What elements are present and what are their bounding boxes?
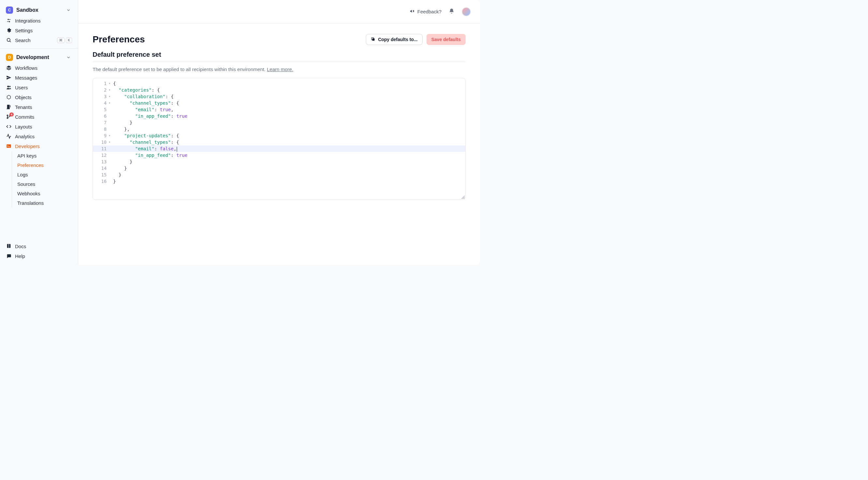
nav-integrations[interactable]: Integrations <box>4 16 74 25</box>
editor-line[interactable]: 15 } <box>93 172 465 178</box>
nav-layouts[interactable]: Layouts <box>4 122 74 131</box>
subnav-api-keys[interactable]: API keys <box>12 151 74 160</box>
code-content: { <box>112 80 465 87</box>
nav-commits[interactable]: 4 Commits <box>4 112 74 122</box>
json-editor[interactable]: 1▾{2▾ "categories": {3▾ "collaboration":… <box>93 78 466 200</box>
editor-line[interactable]: 10▾ "channel_types": { <box>93 139 465 145</box>
code-content: "in_app_feed": true <box>112 152 465 158</box>
editor-line[interactable]: 14 } <box>93 165 465 172</box>
editor-line[interactable]: 13 } <box>93 158 465 165</box>
nav-objects[interactable]: Objects <box>4 92 74 102</box>
nav-users[interactable]: Users <box>4 83 74 92</box>
gear-icon <box>6 27 12 33</box>
search-shortcut: ⌘ K <box>57 37 72 43</box>
fold-toggle[interactable]: ▾ <box>107 139 112 145</box>
subnav-webhooks[interactable]: Webhooks <box>12 189 74 198</box>
code-content: } <box>112 165 465 172</box>
chevron-down-icon <box>65 6 72 14</box>
code-content: } <box>112 158 465 165</box>
nav-developers[interactable]: Developers <box>4 141 74 151</box>
line-number: 8 <box>93 126 107 132</box>
line-number: 15 <box>93 172 107 178</box>
nav-label: Help <box>15 253 25 259</box>
layers-icon <box>6 65 12 71</box>
nav-label: Developers <box>15 144 40 149</box>
nav-settings[interactable]: Settings <box>4 25 74 35</box>
nav-search[interactable]: Search ⌘ K <box>4 35 74 45</box>
chevron-down-icon <box>65 54 72 61</box>
fold-toggle[interactable]: ▾ <box>107 93 112 100</box>
nav-analytics[interactable]: Analytics <box>4 131 74 141</box>
editor-line[interactable]: 4▾ "channel_types": { <box>93 100 465 106</box>
commits-count-badge: 4 <box>9 113 14 116</box>
nav-label: Objects <box>15 95 32 100</box>
subnav-logs[interactable]: Logs <box>12 170 74 179</box>
svg-point-4 <box>7 115 8 116</box>
nav-label: Workflows <box>15 65 37 71</box>
editor-line[interactable]: 3▾ "collaboration": { <box>93 93 465 100</box>
text-cursor <box>177 147 177 152</box>
nav-messages[interactable]: Messages <box>4 73 74 83</box>
nav-label: Commits <box>15 114 34 120</box>
subnav-sources[interactable]: Sources <box>12 179 74 189</box>
code-icon <box>6 124 12 129</box>
svg-rect-9 <box>372 38 375 40</box>
fold-toggle[interactable]: ▾ <box>107 132 112 139</box>
megaphone-icon <box>409 8 415 15</box>
workspace-name: Sandbox <box>16 7 62 13</box>
line-number: 1 <box>93 80 107 87</box>
line-number: 5 <box>93 106 107 113</box>
editor-line[interactable]: 1▾{ <box>93 80 465 87</box>
svg-line-1 <box>10 41 11 42</box>
notifications-button[interactable] <box>449 8 455 15</box>
editor-line[interactable]: 12 "in_app_feed": true <box>93 152 465 158</box>
editor-line[interactable]: 9▾ "project-updates": { <box>93 132 465 139</box>
environment-badge: D <box>6 54 13 61</box>
save-defaults-button[interactable]: Save defaults <box>427 34 466 45</box>
fold-toggle[interactable]: ▾ <box>107 80 112 87</box>
editor-line[interactable]: 8 }, <box>93 126 465 132</box>
copy-defaults-button[interactable]: Copy defaults to... <box>366 34 422 45</box>
nav-tenants[interactable]: Tenants <box>4 102 74 112</box>
branch-icon: 4 <box>6 114 12 120</box>
svg-point-5 <box>7 117 8 118</box>
code-content: }, <box>112 126 465 132</box>
editor-line[interactable]: 11 "email": false, <box>93 145 465 152</box>
workspace-switcher[interactable]: C Sandbox <box>4 5 74 16</box>
page-title: Preferences <box>93 34 362 45</box>
arrows-icon <box>6 18 12 24</box>
copy-icon <box>371 37 375 42</box>
nav-docs[interactable]: Docs <box>4 241 74 251</box>
nav-label: Search <box>15 37 31 43</box>
nav-help[interactable]: Help <box>4 251 74 261</box>
environment-switcher[interactable]: D Development <box>4 52 74 63</box>
avatar[interactable] <box>462 7 471 16</box>
cube-icon <box>6 94 12 100</box>
editor-line[interactable]: 2▾ "categories": { <box>93 87 465 93</box>
subnav-translations[interactable]: Translations <box>12 198 74 208</box>
resize-handle[interactable] <box>461 195 465 199</box>
nav-label: Layouts <box>15 124 32 129</box>
line-number: 13 <box>93 158 107 165</box>
line-number: 7 <box>93 119 107 126</box>
nav-workflows[interactable]: Workflows <box>4 63 74 73</box>
chat-icon <box>6 253 12 259</box>
code-content: "email": true, <box>112 106 465 113</box>
subnav-preferences[interactable]: Preferences <box>12 160 74 170</box>
editor-line[interactable]: 7 } <box>93 119 465 126</box>
fold-toggle[interactable]: ▾ <box>107 100 112 106</box>
line-number: 6 <box>93 113 107 119</box>
editor-line[interactable]: 6 "in_app_feed": true <box>93 113 465 119</box>
editor-line[interactable]: 5 "email": true, <box>93 106 465 113</box>
fold-toggle[interactable]: ▾ <box>107 87 112 93</box>
code-content: "channel_types": { <box>112 100 465 106</box>
editor-line[interactable]: 16} <box>93 178 465 185</box>
code-content: "channel_types": { <box>112 139 465 145</box>
learn-more-link[interactable]: Learn more. <box>267 66 293 72</box>
main: Feedback? Preferences Copy defaults to..… <box>78 0 480 265</box>
nav-label: Analytics <box>15 134 35 139</box>
feedback-button[interactable]: Feedback? <box>409 8 441 15</box>
button-label: Copy defaults to... <box>378 37 417 42</box>
line-number: 4 <box>93 100 107 106</box>
svg-point-2 <box>7 86 9 87</box>
